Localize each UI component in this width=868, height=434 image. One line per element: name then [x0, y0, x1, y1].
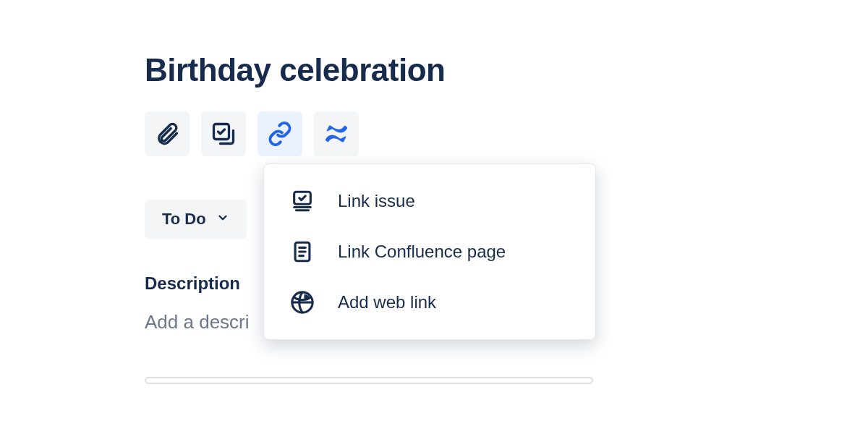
status-dropdown[interactable]: To Do	[145, 200, 247, 239]
add-checklist-button[interactable]	[201, 111, 246, 156]
menu-item-label: Link issue	[338, 191, 415, 211]
menu-item-label: Link Confluence page	[338, 242, 506, 262]
confluence-button[interactable]	[314, 111, 359, 156]
confluence-icon	[323, 121, 349, 147]
link-dropdown: Link issue Link Confluence page	[263, 163, 596, 340]
content-section-box[interactable]	[145, 377, 593, 384]
globe-icon	[290, 290, 315, 315]
link-issue-item[interactable]: Link issue	[264, 176, 595, 226]
issue-panel: Birthday celebration	[0, 0, 868, 384]
link-icon	[267, 121, 293, 147]
link-issue-icon	[290, 189, 315, 213]
add-web-link-item[interactable]: Add web link	[264, 277, 595, 328]
menu-item-label: Add web link	[338, 292, 436, 312]
checklist-icon	[210, 121, 237, 147]
link-button[interactable]	[258, 111, 302, 156]
page-icon	[290, 239, 315, 264]
issue-toolbar: Link issue Link Confluence page	[145, 111, 868, 156]
chevron-down-icon	[216, 210, 229, 229]
paperclip-icon	[154, 121, 180, 147]
link-confluence-item[interactable]: Link Confluence page	[264, 226, 595, 277]
attach-button[interactable]	[145, 111, 190, 156]
status-label: To Do	[162, 210, 206, 229]
issue-title: Birthday celebration	[145, 52, 868, 88]
